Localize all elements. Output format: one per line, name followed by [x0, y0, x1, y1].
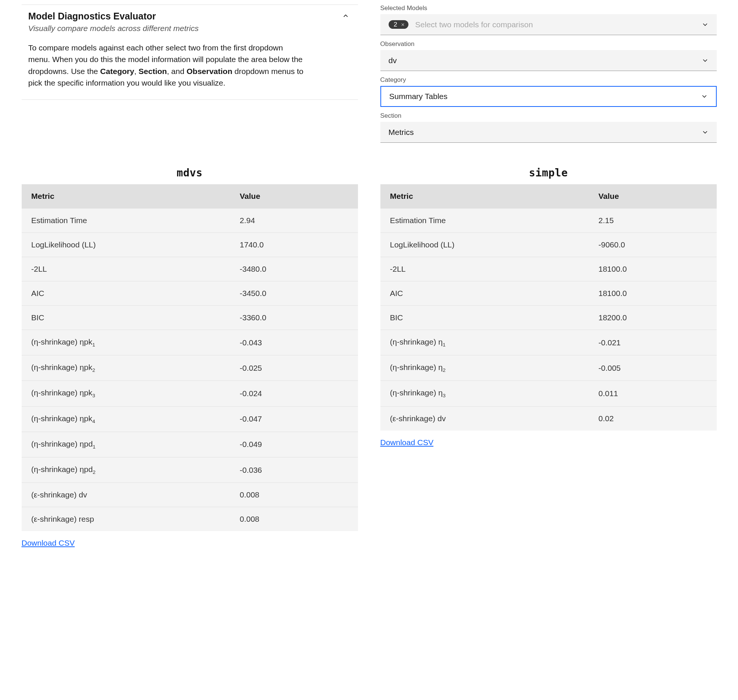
- table-row: (η-shrinkage) η2-0.005: [380, 355, 717, 381]
- section-label: Section: [380, 112, 717, 120]
- page-subtitle: Visually compare models across different…: [22, 24, 358, 33]
- category-label: Category: [380, 76, 717, 84]
- close-icon: [400, 22, 405, 27]
- chevron-down-icon: [702, 21, 708, 28]
- value-cell: 0.008: [230, 483, 358, 507]
- table-row: BIC-3360.0: [22, 306, 358, 330]
- model-a-name: mdvs: [22, 167, 358, 179]
- metric-cell: -2LL: [22, 257, 230, 281]
- metric-cell: LogLikelihood (LL): [380, 233, 589, 257]
- description-text: To compare models against each other sel…: [22, 42, 358, 89]
- table-row: -2LL-3480.0: [22, 257, 358, 281]
- metric-cell: (η-shrinkage) ηpk1: [22, 330, 230, 355]
- metric-cell: (η-shrinkage) η2: [380, 355, 589, 381]
- observation-value: dv: [389, 56, 397, 65]
- chevron-down-icon: [702, 129, 708, 136]
- metric-cell: Estimation Time: [22, 209, 230, 233]
- table-row: (ε-shrinkage) resp0.008: [22, 507, 358, 531]
- table-row: LogLikelihood (LL)1740.0: [22, 233, 358, 257]
- table-header-metric: Metric: [22, 184, 230, 209]
- download-csv-link[interactable]: Download CSV: [380, 438, 433, 447]
- selected-count-pill: 2: [389, 20, 408, 29]
- table-row: (η-shrinkage) η1-0.021: [380, 330, 717, 355]
- metric-cell: (ε-shrinkage) dv: [380, 406, 589, 431]
- table-row: -2LL18100.0: [380, 257, 717, 281]
- metric-cell: (ε-shrinkage) resp: [22, 507, 230, 531]
- table-header-metric: Metric: [380, 184, 589, 209]
- table-row: (η-shrinkage) ηpk3-0.024: [22, 381, 358, 406]
- value-cell: -0.049: [230, 432, 358, 457]
- value-cell: -3480.0: [230, 257, 358, 281]
- table-row: AIC-3450.0: [22, 281, 358, 306]
- model-a-table: Metric Value Estimation Time2.94LogLikel…: [22, 184, 358, 531]
- table-row: (η-shrinkage) η30.011: [380, 381, 717, 406]
- chevron-up-icon: [342, 12, 349, 19]
- metric-cell: (η-shrinkage) ηpk2: [22, 355, 230, 381]
- table-row: (η-shrinkage) ηpd2-0.036: [22, 457, 358, 482]
- value-cell: 0.02: [589, 406, 717, 431]
- metric-cell: (η-shrinkage) ηpd1: [22, 432, 230, 457]
- page-title: Model Diagnostics Evaluator: [28, 10, 156, 22]
- metric-cell: (η-shrinkage) η1: [380, 330, 589, 355]
- metric-cell: LogLikelihood (LL): [22, 233, 230, 257]
- table-row: BIC18200.0: [380, 306, 717, 330]
- category-value: Summary Tables: [389, 92, 448, 101]
- table-row: (ε-shrinkage) dv0.008: [22, 483, 358, 507]
- download-csv-link[interactable]: Download CSV: [22, 539, 75, 548]
- table-row: (η-shrinkage) ηpk4-0.047: [22, 406, 358, 432]
- value-cell: 2.15: [589, 209, 717, 233]
- model-b-name: simple: [380, 167, 717, 179]
- table-row: Estimation Time2.15: [380, 209, 717, 233]
- observation-label: Observation: [380, 40, 717, 48]
- value-cell: 18100.0: [589, 281, 717, 306]
- value-cell: -0.036: [230, 457, 358, 482]
- metric-cell: Estimation Time: [380, 209, 589, 233]
- value-cell: -0.005: [589, 355, 717, 381]
- section-dropdown[interactable]: Metrics: [380, 122, 717, 143]
- table-row: (η-shrinkage) ηpk2-0.025: [22, 355, 358, 381]
- value-cell: -0.047: [230, 406, 358, 432]
- table-header-value: Value: [230, 184, 358, 209]
- metric-cell: -2LL: [380, 257, 589, 281]
- header-panel: Model Diagnostics Evaluator Visually com…: [22, 4, 358, 100]
- metric-cell: (η-shrinkage) ηpk4: [22, 406, 230, 432]
- table-row: LogLikelihood (LL)-9060.0: [380, 233, 717, 257]
- selected-models-label: Selected Models: [380, 4, 717, 12]
- metric-cell: BIC: [380, 306, 589, 330]
- table-row: (ε-shrinkage) dv0.02: [380, 406, 717, 431]
- results-model-a: mdvs Metric Value Estimation Time2.94Log…: [22, 167, 358, 548]
- model-b-table: Metric Value Estimation Time2.15LogLikel…: [380, 184, 717, 431]
- value-cell: 1740.0: [230, 233, 358, 257]
- table-row: AIC18100.0: [380, 281, 717, 306]
- metric-cell: AIC: [22, 281, 230, 306]
- value-cell: 18200.0: [589, 306, 717, 330]
- value-cell: -0.025: [230, 355, 358, 381]
- model-b-tbody: Estimation Time2.15LogLikelihood (LL)-90…: [380, 209, 717, 431]
- chevron-down-icon: [702, 57, 708, 64]
- value-cell: 2.94: [230, 209, 358, 233]
- value-cell: 0.008: [230, 507, 358, 531]
- selected-models-placeholder: Select two models for comparison: [415, 20, 533, 29]
- value-cell: -9060.0: [589, 233, 717, 257]
- value-cell: -3450.0: [230, 281, 358, 306]
- metric-cell: (η-shrinkage) η3: [380, 381, 589, 406]
- table-header-value: Value: [589, 184, 717, 209]
- value-cell: -0.021: [589, 330, 717, 355]
- selected-models-dropdown[interactable]: 2 Select two models for comparison: [380, 14, 717, 35]
- chevron-down-icon: [701, 93, 708, 100]
- observation-dropdown[interactable]: dv: [380, 50, 717, 71]
- metric-cell: (η-shrinkage) ηpd2: [22, 457, 230, 482]
- table-row: (η-shrinkage) ηpk1-0.043: [22, 330, 358, 355]
- selected-count-number: 2: [394, 21, 397, 28]
- model-a-tbody: Estimation Time2.94LogLikelihood (LL)174…: [22, 209, 358, 531]
- collapse-button[interactable]: [340, 10, 351, 21]
- metric-cell: AIC: [380, 281, 589, 306]
- metric-cell: (η-shrinkage) ηpk3: [22, 381, 230, 406]
- results-model-b: simple Metric Value Estimation Time2.15L…: [380, 167, 717, 548]
- value-cell: 0.011: [589, 381, 717, 406]
- category-dropdown[interactable]: Summary Tables: [380, 86, 717, 107]
- clear-selection-button[interactable]: [400, 22, 405, 27]
- value-cell: 18100.0: [589, 257, 717, 281]
- value-cell: -0.024: [230, 381, 358, 406]
- value-cell: -0.043: [230, 330, 358, 355]
